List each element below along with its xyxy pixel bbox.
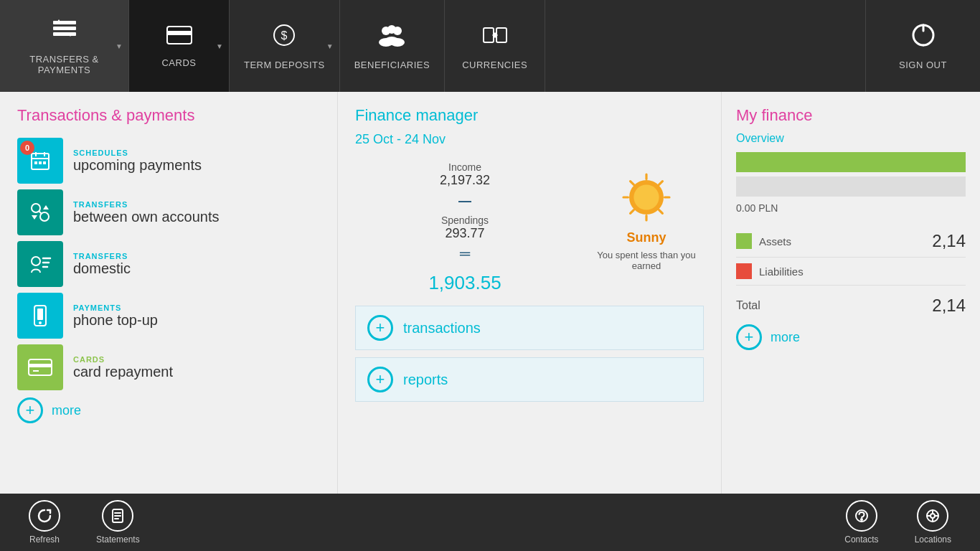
date-range: 25 Oct - 24 Nov [355,132,704,147]
upcoming-payments-text: SCHEDULES upcoming payments [73,149,202,174]
svg-point-33 [32,257,40,265]
right-more-label: more [771,330,800,345]
currencies-icon [481,22,509,54]
bottom-navigation: Refresh Statements Contacts [0,494,980,551]
menu-item-domestic[interactable]: TRANSFERS domestic [17,241,320,287]
term-deposits-icon: $ [271,22,297,54]
svg-rect-6 [167,31,192,35]
nav-item-currencies[interactable]: CURRENCIES [445,0,545,92]
phone-topup-category: PAYMENTS [73,303,158,312]
total-label: Total [736,299,760,312]
domestic-icon [17,241,63,287]
svg-text:$: $ [281,29,288,42]
contacts-icon [846,500,877,532]
between-own-text: TRANSFERS between own accounts [73,200,219,225]
card-repayment-icon [17,344,63,390]
between-own-icon [17,189,63,235]
card-repayment-label: card repayment [73,364,173,380]
my-finance-title: My finance [736,106,966,125]
currencies-label: CURRENCIES [462,60,527,70]
more-button[interactable]: + more [17,397,320,423]
sign-out-label: SIGN OUT [899,60,947,70]
reports-button[interactable]: + reports [355,357,704,402]
menu-item-phone-topup[interactable]: PAYMENTS phone top-up [17,293,320,339]
svg-point-54 [633,184,659,209]
domestic-label: domestic [73,260,131,277]
menu-item-between-own[interactable]: TRANSFERS between own accounts [17,189,320,235]
statements-label: Statements [96,534,140,545]
nav-item-transfers-payments[interactable]: TRANSFERS & PAYMENTS ▼ [0,0,129,92]
finance-manager-title: Finance manager [355,106,704,125]
bottom-nav-refresh[interactable]: Refresh [14,500,75,545]
svg-marker-32 [32,215,37,220]
svg-point-14 [385,37,399,45]
assets-color-box [736,233,752,249]
equals-separator: ═ [460,245,470,262]
spendings-row: Spendings 293.77 [441,215,489,241]
locations-icon [917,500,948,532]
transactions-label: transactions [403,320,481,336]
card-repayment-category: CARDS [73,355,173,364]
svg-line-50 [659,210,663,214]
transfers-payments-label: TRANSFERS & PAYMENTS [29,54,99,75]
transfers-dropdown-arrow: ▼ [116,42,123,50]
spendings-value: 293.77 [441,226,489,241]
overview-label: Overview [736,132,966,145]
phone-topup-text: PAYMENTS phone top-up [73,303,158,329]
sun-icon [618,169,675,226]
assets-left: Assets [736,233,791,249]
svg-rect-16 [496,28,507,42]
middle-panel: Finance manager 25 Oct - 24 Nov Income 2… [337,92,722,494]
nav-item-term-deposits[interactable]: $ TERM DEPOSITS ▼ [230,0,340,92]
domestic-text: TRANSFERS domestic [73,252,131,277]
bottom-nav-locations[interactable]: Locations [900,500,966,545]
sign-out-icon [910,22,936,54]
assets-value: 2,14 [932,231,966,251]
nav-item-cards[interactable]: CARDS ▼ [129,0,230,92]
liabilities-color-box [736,263,752,279]
contacts-label: Contacts [844,534,878,545]
transactions-panel-title: Transactions & payments [17,106,320,125]
cards-dropdown-arrow: ▼ [216,42,223,50]
svg-rect-38 [37,309,43,320]
total-row: Total 2,14 [736,288,966,316]
between-own-label: between own accounts [73,209,219,225]
income-row: Income 2,197.32 [440,161,490,188]
liabilities-left: Liabilities [736,263,804,279]
gray-progress [736,176,966,197]
card-repayment-text: CARDS card repayment [73,355,173,380]
transactions-button[interactable]: + transactions [355,306,704,350]
svg-rect-27 [43,161,46,164]
statements-icon [102,500,133,532]
reports-label: reports [403,372,448,388]
menu-item-card-repayment[interactable]: CARDS card repayment [17,344,320,390]
assets-progress-bar [736,152,966,172]
svg-line-51 [659,182,663,185]
svg-point-39 [39,321,42,324]
svg-line-49 [631,182,634,185]
svg-point-11 [387,25,396,34]
more-plus-icon: + [17,397,43,423]
spendings-label: Spendings [441,215,489,226]
phone-topup-icon [17,293,63,339]
total-value: 2,14 [932,296,966,316]
svg-rect-1 [53,27,76,30]
weather-desc: You spent less than you earned [596,250,697,271]
phone-topup-label: phone top-up [73,312,158,329]
minus-separator: — [458,194,471,209]
green-progress [736,152,966,172]
bottom-nav-contacts[interactable]: Contacts [830,500,892,545]
right-panel: My finance Overview 0.00 PLN Assets 2,14… [722,92,980,494]
main-content: Transactions & payments 0 SCHEDULES upco… [0,92,980,494]
right-more-button[interactable]: + more [736,324,966,350]
more-label: more [52,403,81,418]
assets-name: Assets [759,235,791,248]
svg-rect-0 [53,21,76,24]
nav-item-sign-out[interactable]: SIGN OUT [865,0,980,92]
income-value: 2,197.32 [440,173,490,188]
menu-item-upcoming-payments[interactable]: 0 SCHEDULES upcoming payments [17,138,320,184]
left-panel: Transactions & payments 0 SCHEDULES upco… [0,92,337,494]
bottom-nav-statements[interactable]: Statements [82,500,154,545]
nav-item-beneficiaries[interactable]: BENEFICIARIES [340,0,445,92]
svg-line-52 [631,210,634,214]
